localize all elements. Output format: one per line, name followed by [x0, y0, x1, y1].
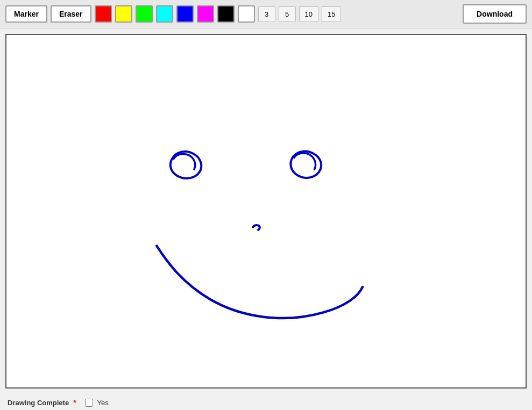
size-10-button[interactable]: 10 — [299, 6, 318, 22]
color-green[interactable] — [136, 5, 153, 23]
marker-button[interactable]: Marker — [5, 5, 47, 23]
drawing-canvas[interactable] — [5, 34, 527, 389]
drawing-complete-label: Drawing Complete — [8, 399, 69, 407]
size-15-button[interactable]: 15 — [322, 6, 341, 22]
color-white[interactable] — [238, 5, 255, 23]
footer: Drawing Complete* Yes — [0, 394, 532, 410]
drawing-svg — [6, 35, 526, 387]
color-yellow[interactable] — [115, 5, 132, 23]
required-asterisk: * — [73, 398, 76, 407]
color-black[interactable] — [217, 5, 235, 23]
yes-label: Yes — [97, 399, 109, 407]
size-3-button[interactable]: 3 — [258, 6, 275, 22]
size-5-button[interactable]: 5 — [279, 6, 296, 22]
color-blue[interactable] — [176, 5, 194, 23]
eraser-button[interactable]: Eraser — [51, 5, 91, 23]
toolbar: Marker Eraser 3 5 10 15 Download — [0, 0, 532, 28]
color-magenta[interactable] — [197, 5, 214, 23]
drawing-complete-checkbox[interactable] — [85, 399, 93, 407]
color-red[interactable] — [95, 5, 112, 23]
download-button[interactable]: Download — [463, 4, 527, 24]
color-cyan[interactable] — [156, 5, 173, 23]
